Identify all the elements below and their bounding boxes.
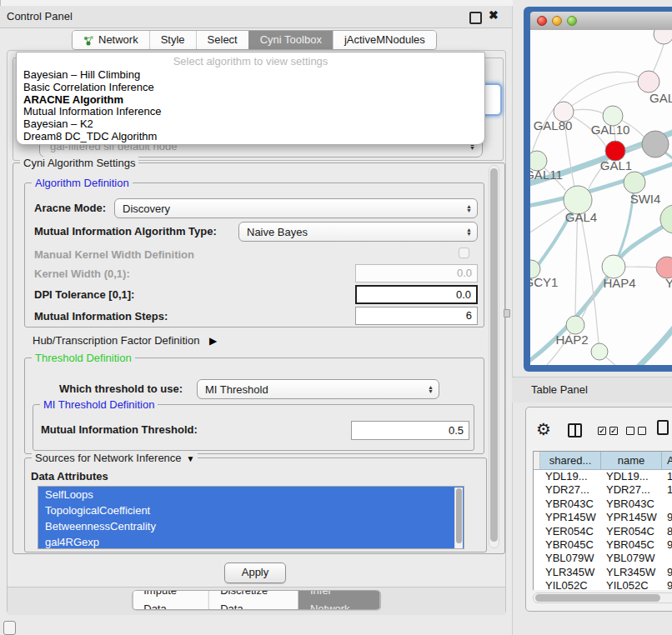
- row-gutter: [534, 579, 540, 590]
- tab-impute-data[interactable]: Impute Data: [133, 591, 208, 609]
- application-window: Control Panel ✖ NetworkStyleSelectCyni T…: [0, 0, 672, 635]
- row-gutter: [534, 566, 540, 579]
- tab-discretize-data[interactable]: Discretize Data: [208, 591, 298, 609]
- tab-cyni-toolbox[interactable]: Cyni Toolbox: [248, 31, 333, 49]
- network-node-hap4[interactable]: [602, 255, 625, 278]
- algorithm-option[interactable]: Basic Correlation Inference: [17, 82, 484, 94]
- mi-threshold-label: Mutual Information Threshold:: [41, 420, 198, 440]
- aracne-mode-combo[interactable]: Discovery ▲▼: [114, 198, 478, 218]
- network-node[interactable]: [591, 343, 608, 360]
- table-scrollbar-thumb[interactable]: [535, 594, 660, 602]
- algorithm-option[interactable]: Bayesian – K2: [17, 118, 484, 131]
- tab-style[interactable]: Style: [149, 31, 196, 49]
- minimized-panel-icon[interactable]: [3, 621, 16, 635]
- table-row[interactable]: YBL079WYBL079W: [534, 552, 672, 565]
- attributes-scrollbar-thumb[interactable]: [456, 488, 462, 543]
- algorithm-option[interactable]: Mutual Information Inference: [17, 106, 484, 118]
- algorithm-dropdown-items: Bayesian – Hill ClimbingBasic Correlatio…: [17, 69, 484, 143]
- row-gutter: [534, 552, 540, 565]
- attributes-list-scrollbar[interactable]: [454, 488, 463, 549]
- tab-label: Style: [161, 31, 185, 49]
- table-header-row: shared...nameA: [534, 452, 672, 470]
- algorithm-option[interactable]: ARACNE Algorithm: [17, 94, 484, 107]
- tab-jactivemnodules[interactable]: jActiveMNodules: [333, 31, 436, 49]
- table-row[interactable]: YDR27...YDR27...12: [534, 483, 672, 497]
- table-row[interactable]: YIL052CYIL052C9: [534, 579, 672, 590]
- mi-threshold-field[interactable]: 0.5: [351, 421, 469, 440]
- close-icon[interactable]: ✖: [489, 8, 499, 22]
- network-tab-icon: [83, 35, 94, 46]
- node-label: GAL10: [591, 122, 630, 137]
- control-panel-tabs: NetworkStyleSelectCyni ToolboxjActiveMNo…: [72, 30, 437, 50]
- attribute-list-item[interactable]: BetweennessCentrality: [38, 518, 464, 534]
- node-label: GAL80: [534, 118, 573, 132]
- unchecked-boxes-icon[interactable]: [626, 427, 646, 435]
- gear-icon[interactable]: ⚙: [536, 419, 551, 439]
- table-row[interactable]: YER054CYER054C8.: [534, 525, 672, 538]
- network-node[interactable]: [654, 30, 672, 44]
- table-cell: YPR145W: [540, 511, 601, 524]
- table-horizontal-scrollbar[interactable]: [533, 592, 672, 603]
- row-gutter: [534, 498, 540, 511]
- expander-arrow-icon: ▶: [209, 335, 217, 347]
- table-cell: [662, 552, 672, 565]
- hub-tf-definition-expander[interactable]: Hub/Transcription Factor Definition ▶: [33, 334, 217, 347]
- mi-algorithm-type-value: Naive Bayes: [247, 226, 308, 238]
- close-traffic-light-icon[interactable]: [537, 16, 547, 26]
- network-node-swi4[interactable]: [624, 172, 645, 193]
- network-window-titlebar[interactable]: [530, 12, 672, 31]
- apply-button[interactable]: Apply: [224, 562, 286, 583]
- network-node-hap2[interactable]: [566, 316, 584, 334]
- network-graph: GALGAL80GAL10GAL1GAL11SWI4GAL4HAP4YGCY1H…: [530, 30, 672, 365]
- column-split-icon[interactable]: [568, 423, 582, 438]
- network-canvas[interactable]: GALGAL80GAL10GAL1GAL11SWI4GAL4HAP4YGCY1H…: [530, 30, 672, 365]
- node-label: GAL4: [565, 210, 597, 224]
- checked-boxes-icon[interactable]: ✓✓: [598, 427, 618, 435]
- table-row[interactable]: YBR045CYBR045C9.: [534, 538, 672, 552]
- column-header-1[interactable]: shared...: [540, 452, 601, 470]
- table-cell: YDR27...: [540, 483, 601, 497]
- float-icon[interactable]: [469, 12, 482, 24]
- attribute-list-item[interactable]: SelfLoops: [38, 487, 464, 502]
- table-cell: 13: [662, 470, 672, 483]
- table-row[interactable]: YPR145WYPR145W9.: [534, 511, 672, 524]
- algorithm-option[interactable]: Dream8 DC_TDC Algorithm: [17, 131, 484, 143]
- row-gutter: [534, 470, 540, 483]
- page-icon[interactable]: [657, 420, 669, 435]
- table-cell: YDR27...: [601, 483, 662, 497]
- table-row[interactable]: YBR043CYBR043C: [534, 498, 672, 511]
- mi-steps-field[interactable]: 6: [355, 307, 478, 325]
- hub-tf-definition-label: Hub/Transcription Factor Definition: [33, 334, 199, 347]
- settings-scrollbar-thumb[interactable]: [490, 168, 498, 542]
- collapse-arrow-icon[interactable]: ▼: [187, 454, 195, 463]
- table-panel-title: Table Panel: [531, 378, 588, 402]
- network-node-gal[interactable]: [638, 71, 659, 92]
- tab-infer-network[interactable]: Infer Network: [298, 591, 380, 609]
- which-threshold-combo[interactable]: MI Threshold ▲▼: [197, 379, 439, 399]
- manual-kernel-checkbox[interactable]: [459, 248, 469, 258]
- column-header-3[interactable]: A: [662, 452, 672, 470]
- table-cell: YBL079W: [540, 552, 601, 565]
- tab-network[interactable]: Network: [73, 31, 149, 49]
- which-threshold-label: Which threshold to use:: [59, 379, 183, 399]
- minimize-traffic-light-icon[interactable]: [552, 16, 562, 26]
- table-cell: YIL052C: [540, 579, 601, 590]
- table-row[interactable]: YLR345WYLR345W9.: [534, 566, 672, 579]
- dpi-tolerance-field[interactable]: 0.0: [355, 285, 478, 304]
- table-cell: YDL19...: [601, 470, 662, 483]
- algorithm-option[interactable]: Bayesian – Hill Climbing: [17, 69, 484, 82]
- zoom-traffic-light-icon[interactable]: [567, 16, 577, 26]
- column-header-2[interactable]: name: [601, 452, 662, 470]
- node-label: HAP4: [603, 276, 635, 290]
- network-node[interactable]: [642, 131, 669, 158]
- tab-select[interactable]: Select: [196, 31, 248, 49]
- panel-divider-handle[interactable]: [504, 309, 510, 318]
- kernel-width-field[interactable]: 0.0: [355, 264, 478, 282]
- attribute-list-item[interactable]: gal4RGexp: [38, 534, 464, 549]
- combo-stepper-icon: ▲▼: [428, 385, 434, 393]
- table-row[interactable]: YDL19...YDL19...13: [534, 470, 672, 483]
- sources-group-label: Sources for Network Inference▼: [32, 452, 198, 464]
- attribute-list-item[interactable]: TopologicalCoefficient: [38, 502, 464, 518]
- mi-algorithm-type-combo[interactable]: Naive Bayes ▲▼: [238, 222, 478, 242]
- settings-scrollbar[interactable]: [489, 165, 499, 548]
